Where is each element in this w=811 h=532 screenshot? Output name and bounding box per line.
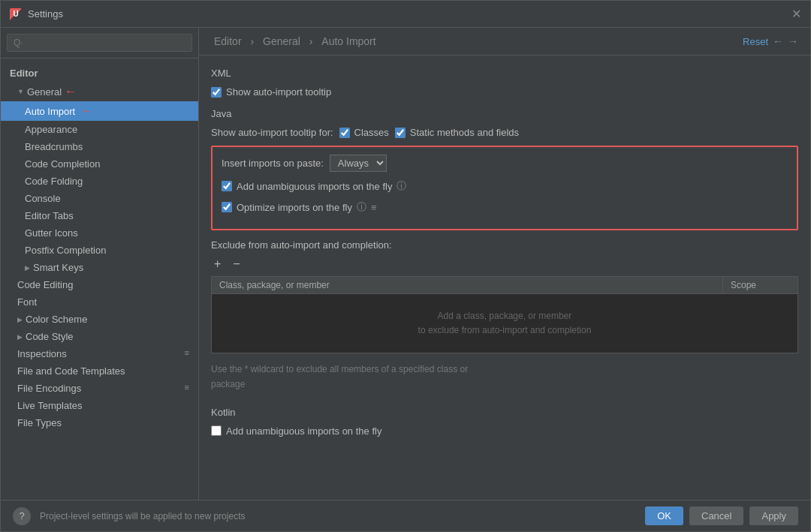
sidebar-item-code-completion[interactable]: Code Completion	[1, 155, 198, 173]
optimize-imports-help-icon[interactable]: ⓘ	[357, 200, 366, 214]
xml-tooltip-checkbox-wrap: Show auto-import tooltip	[211, 86, 331, 98]
optimize-imports-label: Optimize imports on the fly	[237, 202, 352, 213]
empty-hint-line2: to exclude from auto-import and completi…	[418, 325, 592, 335]
sidebar-item-file-types[interactable]: File Types	[1, 414, 198, 431]
bottom-note: ?	[13, 507, 31, 525]
arrow-indicator: ←	[65, 85, 77, 98]
encodings-badge: ≡	[185, 383, 189, 392]
sidebar-label-smart-keys: Smart Keys	[33, 262, 83, 273]
bottom-bar: ? Project-level settings will be applied…	[1, 500, 810, 531]
sidebar-item-postfix-completion[interactable]: Postfix Completion	[1, 242, 198, 259]
chevron-right-icon-3: ▶	[17, 333, 23, 341]
cancel-button[interactable]: Cancel	[689, 506, 743, 525]
kotlin-unambiguous-checkbox[interactable]	[211, 425, 222, 436]
add-unambiguous-help-icon[interactable]: ⓘ	[396, 179, 406, 193]
empty-hint-line1: Add a class, package, or member	[438, 311, 572, 321]
optimize-imports-checkbox[interactable]	[222, 202, 232, 212]
sidebar-item-code-folding[interactable]: Code Folding	[1, 173, 198, 190]
exclude-table: Class, package, or member Scope Add a cl…	[211, 276, 798, 353]
kotlin-unambiguous-label: Add unambiguous imports on the fly	[226, 425, 381, 437]
sidebar-item-font[interactable]: Font	[1, 293, 198, 311]
sidebar-item-general[interactable]: ▼ General ←	[1, 82, 198, 101]
footer-note: Project-level settings will be applied t…	[31, 511, 645, 521]
java-classes-wrap: Classes	[339, 127, 389, 138]
sidebar-item-appearance[interactable]: Appearance	[1, 121, 198, 138]
insert-imports-label: Insert imports on paste:	[222, 158, 324, 169]
toolbar-row: + −	[211, 257, 798, 272]
breadcrumb-part3: Auto Import	[321, 35, 375, 47]
sidebar-item-console[interactable]: Console	[1, 190, 198, 207]
sidebar-item-editor[interactable]: Editor	[1, 63, 198, 82]
java-section-label: Java	[211, 108, 798, 119]
exclude-section: Exclude from auto-import and completion:…	[211, 239, 798, 392]
add-button[interactable]: +	[211, 257, 224, 272]
sidebar-item-smart-keys[interactable]: ▶ Smart Keys	[1, 259, 198, 276]
main-content: Editor ▼ General ← Auto Import ← Appeara…	[1, 28, 810, 500]
sidebar-item-code-editing[interactable]: Code Editing	[1, 276, 198, 293]
title-bar: U Settings ✕	[1, 1, 810, 28]
sidebar-item-code-style[interactable]: ▶ Code Style	[1, 328, 198, 345]
sidebar-nav: Editor ▼ General ← Auto Import ← Appeara…	[1, 59, 198, 436]
chevron-right-icon: ▶	[25, 264, 30, 272]
kotlin-unambiguous-row: Add unambiguous imports on the fly	[211, 425, 798, 437]
wildcard-note-line2: package	[211, 379, 245, 389]
kotlin-section: Kotlin Add unambiguous imports on the fl…	[211, 407, 798, 437]
xml-tooltip-label: Show auto-import tooltip	[226, 86, 331, 98]
arrow-indicator-2: ←	[81, 104, 93, 117]
optimize-imports-row: Optimize imports on the fly ⓘ ≡	[222, 200, 788, 214]
java-static-checkbox[interactable]	[395, 128, 406, 138]
ok-button[interactable]: OK	[645, 506, 683, 525]
sidebar-item-live-templates[interactable]: Live Templates	[1, 397, 198, 414]
kotlin-unambiguous-wrap: Add unambiguous imports on the fly	[211, 425, 381, 437]
table-header: Class, package, or member Scope	[212, 277, 797, 294]
inspections-badge: ≡	[185, 348, 189, 357]
java-static-label: Static methods and fields	[410, 127, 519, 138]
sidebar-label-auto-import: Auto Import	[25, 106, 75, 117]
search-input[interactable]	[7, 34, 192, 52]
table-col1: Class, package, or member	[212, 277, 722, 293]
breadcrumb-part1: Editor	[214, 35, 242, 47]
java-tooltip-prefix: Show auto-import tooltip for:	[211, 127, 333, 138]
apply-button[interactable]: Apply	[749, 506, 798, 525]
xml-tooltip-checkbox[interactable]	[211, 87, 222, 98]
kotlin-section-label: Kotlin	[211, 407, 798, 418]
sidebar: Editor ▼ General ← Auto Import ← Appeara…	[1, 28, 199, 500]
sidebar-item-auto-import[interactable]: Auto Import ←	[1, 101, 198, 121]
breadcrumb-part2: General	[263, 35, 300, 47]
exclude-label: Exclude from auto-import and completion:	[211, 239, 798, 251]
forward-button[interactable]: →	[788, 35, 798, 47]
sidebar-item-file-encodings[interactable]: File Encodings ≡	[1, 380, 198, 397]
content-body: XML Show auto-import tooltip Java Show a…	[199, 56, 810, 500]
dialog-title: Settings	[28, 8, 63, 20]
chevron-right-icon-2: ▶	[17, 316, 23, 323]
sidebar-item-editor-tabs[interactable]: Editor Tabs	[1, 207, 198, 224]
back-button[interactable]: ←	[773, 35, 783, 47]
add-unambiguous-label: Add unambiguous imports on the fly	[237, 181, 392, 192]
optimize-imports-wrap: Optimize imports on the fly ⓘ ≡	[222, 200, 376, 214]
close-button[interactable]: ✕	[791, 8, 801, 20]
app-icon: U	[10, 8, 22, 20]
content-area: Editor › General › Auto Import Reset ← →…	[199, 28, 810, 500]
sidebar-item-inspections[interactable]: Inspections ≡	[1, 345, 198, 362]
sidebar-item-gutter-icons[interactable]: Gutter Icons	[1, 224, 198, 242]
java-static-wrap: Static methods and fields	[395, 127, 519, 138]
sidebar-item-file-code-templates[interactable]: File and Code Templates	[1, 362, 198, 380]
sidebar-item-color-scheme[interactable]: ▶ Color Scheme	[1, 311, 198, 328]
optimize-imports-list-icon[interactable]: ≡	[371, 202, 377, 213]
chevron-down-icon: ▼	[17, 88, 24, 95]
insert-imports-row: Insert imports on paste: Always Ask Neve…	[222, 155, 788, 172]
insert-imports-dropdown[interactable]: Always Ask Never	[330, 155, 387, 172]
wildcard-note-line1: Use the * wildcard to exclude all member…	[211, 364, 468, 374]
reset-button[interactable]: Reset	[743, 36, 768, 47]
sidebar-item-breadcrumbs[interactable]: Breadcrumbs	[1, 138, 198, 155]
help-button[interactable]: ?	[13, 507, 31, 525]
add-unambiguous-checkbox[interactable]	[222, 181, 232, 191]
bottom-right: OK Cancel Apply	[645, 506, 798, 525]
search-box	[1, 28, 198, 59]
sidebar-label-general: General	[27, 86, 62, 98]
java-classes-label: Classes	[354, 127, 389, 138]
remove-button[interactable]: −	[230, 257, 243, 272]
empty-hint: Add a class, package, or member to exclu…	[403, 294, 607, 353]
wildcard-note: Use the * wildcard to exclude all member…	[211, 362, 798, 391]
java-classes-checkbox[interactable]	[339, 128, 350, 138]
